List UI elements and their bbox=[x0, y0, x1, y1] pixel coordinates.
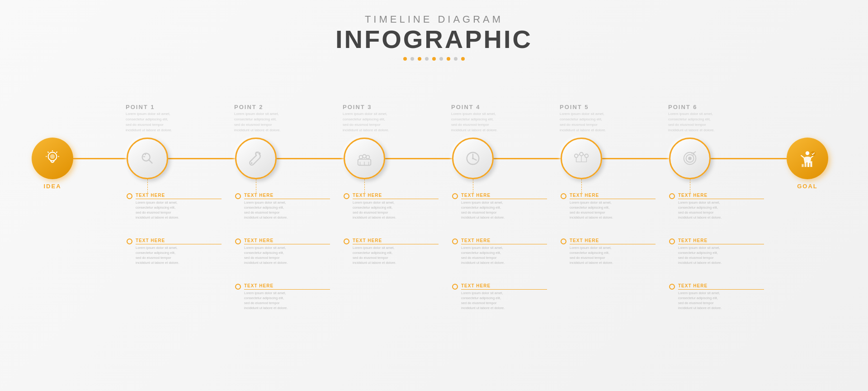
ti-content-1-1: TEXT HERE Lorem ipsum dolor sit amet,con… bbox=[136, 193, 222, 220]
node-3-circle bbox=[344, 138, 385, 179]
ti-dot-4-3 bbox=[452, 284, 458, 290]
node-1-circle bbox=[127, 138, 168, 179]
ti-content-3-2: TEXT HERE Lorem ipsum dolor sit amet,con… bbox=[353, 238, 439, 266]
dot-8 bbox=[454, 57, 458, 61]
goal-icon bbox=[798, 149, 817, 168]
clock-icon bbox=[464, 150, 481, 167]
ti-body-4-1: Lorem ipsum dolor sit amet,consectetur a… bbox=[461, 200, 547, 220]
node-2 bbox=[235, 138, 277, 179]
goal-label: GOAL bbox=[797, 183, 818, 190]
ti-dot-2-1 bbox=[235, 193, 241, 199]
point-6-title: POINT 6 bbox=[668, 104, 715, 110]
ti-body-3-1: Lorem ipsum dolor sit amet,consectetur a… bbox=[353, 200, 439, 220]
ti-content-2-2: TEXT HERE Lorem ipsum dolor sit amet,con… bbox=[244, 238, 330, 266]
ti-dot-6-2 bbox=[669, 238, 675, 244]
ti-dot-5-2 bbox=[561, 238, 566, 244]
node-6-circle bbox=[669, 138, 711, 179]
text-item-5-1: TEXT HERE Lorem ipsum dolor sit amet,con… bbox=[561, 193, 656, 220]
text-item-2-3: TEXT HERE Lorem ipsum dolor sit amet,con… bbox=[235, 283, 330, 311]
node-3 bbox=[344, 138, 385, 179]
ti-body-4-3: Lorem ipsum dolor sit amet,consectetur a… bbox=[461, 291, 547, 311]
ti-content-1-2: TEXT HERE Lorem ipsum dolor sit amet,con… bbox=[136, 238, 222, 266]
ti-body-6-1: Lorem ipsum dolor sit amet,consectetur a… bbox=[678, 200, 764, 220]
ti-title-6-2: TEXT HERE bbox=[678, 238, 764, 244]
header-subtitle: Timeline Diagram bbox=[335, 14, 533, 25]
ti-body-2-2: Lorem ipsum dolor sit amet,consectetur a… bbox=[244, 245, 330, 266]
svg-rect-39 bbox=[810, 161, 812, 167]
node-5-circle bbox=[561, 138, 602, 179]
ti-body-1-1: Lorem ipsum dolor sit amet,consectetur a… bbox=[136, 200, 222, 220]
svg-point-29 bbox=[688, 157, 692, 160]
point-3-desc: Lorem ipsum dolor sit amet,consectetur a… bbox=[343, 111, 389, 133]
text-item-4-1: TEXT HERE Lorem ipsum dolor sit amet,con… bbox=[452, 193, 547, 220]
ti-content-3-1: TEXT HERE Lorem ipsum dolor sit amet,con… bbox=[353, 193, 439, 220]
svg-line-30 bbox=[693, 151, 696, 153]
ti-body-6-2: Lorem ipsum dolor sit amet,consectetur a… bbox=[678, 245, 764, 266]
point-1-label: POINT 1 Lorem ipsum dolor sit amet,conse… bbox=[126, 104, 172, 133]
ti-dot-2-2 bbox=[235, 238, 241, 244]
goal-circle bbox=[787, 138, 828, 179]
text-item-1-2: TEXT HERE Lorem ipsum dolor sit amet,con… bbox=[127, 238, 222, 266]
process-icon bbox=[573, 150, 590, 167]
ti-dot-4-1 bbox=[452, 193, 458, 199]
team-icon bbox=[356, 150, 373, 167]
ti-dot-4-2 bbox=[452, 238, 458, 244]
vdash-2 bbox=[256, 179, 256, 193]
search-icon bbox=[139, 150, 156, 167]
node-idea: IDEA bbox=[32, 138, 73, 190]
text-item-4-2: TEXT HERE Lorem ipsum dolor sit amet,con… bbox=[452, 238, 547, 266]
ti-content-6-3: TEXT HERE Lorem ipsum dolor sit amet,con… bbox=[678, 283, 764, 311]
ti-title-3-2: TEXT HERE bbox=[353, 238, 439, 244]
ti-title-1-2: TEXT HERE bbox=[136, 238, 222, 244]
node-1 bbox=[127, 138, 168, 179]
ti-title-4-2: TEXT HERE bbox=[461, 238, 547, 244]
text-item-6-3: TEXT HERE Lorem ipsum dolor sit amet,con… bbox=[669, 283, 764, 311]
ti-title-5-1: TEXT HERE bbox=[570, 193, 656, 199]
ti-content-4-3: TEXT HERE Lorem ipsum dolor sit amet,con… bbox=[461, 283, 547, 311]
dot-2 bbox=[410, 57, 414, 61]
node-4 bbox=[452, 138, 494, 179]
ti-dot-6-3 bbox=[669, 284, 675, 290]
point-2-title: POINT 2 bbox=[234, 104, 281, 110]
text-item-3-1: TEXT HERE Lorem ipsum dolor sit amet,con… bbox=[344, 193, 439, 220]
ti-content-4-2: TEXT HERE Lorem ipsum dolor sit amet,con… bbox=[461, 238, 547, 266]
vdash-1 bbox=[147, 179, 148, 193]
point-6-label: POINT 6 Lorem ipsum dolor sit amet,conse… bbox=[668, 104, 715, 133]
vdash-3 bbox=[364, 179, 365, 193]
point-2-label: POINT 2 Lorem ipsum dolor sit amet,conse… bbox=[234, 104, 281, 133]
ti-content-4-1: TEXT HERE Lorem ipsum dolor sit amet,con… bbox=[461, 193, 547, 220]
text-item-2-1: TEXT HERE Lorem ipsum dolor sit amet,con… bbox=[235, 193, 330, 220]
ti-body-5-1: Lorem ipsum dolor sit amet,consectetur a… bbox=[570, 200, 656, 220]
ti-title-6-3: TEXT HERE bbox=[678, 283, 764, 290]
ti-content-6-1: TEXT HERE Lorem ipsum dolor sit amet,con… bbox=[678, 193, 764, 220]
dot-7 bbox=[447, 57, 450, 61]
ti-dot-1-2 bbox=[127, 238, 132, 244]
svg-line-4 bbox=[48, 152, 49, 153]
svg-point-24 bbox=[580, 152, 583, 156]
svg-rect-37 bbox=[805, 162, 807, 167]
point-6-desc: Lorem ipsum dolor sit amet,consectetur a… bbox=[668, 111, 715, 133]
ti-body-6-3: Lorem ipsum dolor sit amet,consectetur a… bbox=[678, 291, 764, 311]
dot-6 bbox=[439, 57, 443, 61]
ti-title-4-1: TEXT HERE bbox=[461, 193, 547, 199]
ti-dot-6-1 bbox=[669, 193, 675, 199]
svg-point-25 bbox=[585, 154, 589, 157]
ti-content-2-1: TEXT HERE Lorem ipsum dolor sit amet,con… bbox=[244, 193, 330, 220]
idea-label: IDEA bbox=[43, 183, 61, 190]
svg-line-2 bbox=[56, 152, 57, 153]
text-item-5-2: TEXT HERE Lorem ipsum dolor sit amet,con… bbox=[561, 238, 656, 266]
svg-line-9 bbox=[145, 154, 146, 155]
text-item-6-1: TEXT HERE Lorem ipsum dolor sit amet,con… bbox=[669, 193, 764, 220]
svg-point-33 bbox=[806, 151, 809, 155]
ti-title-4-3: TEXT HERE bbox=[461, 283, 547, 290]
ti-content-5-1: TEXT HERE Lorem ipsum dolor sit amet,con… bbox=[570, 193, 656, 220]
header: Timeline Diagram INFOGRAPHIC bbox=[335, 0, 533, 61]
ti-body-4-2: Lorem ipsum dolor sit amet,consectetur a… bbox=[461, 245, 547, 266]
vdash-4 bbox=[473, 179, 473, 193]
vdash-6 bbox=[690, 179, 690, 193]
ti-body-5-2: Lorem ipsum dolor sit amet,consectetur a… bbox=[570, 245, 656, 266]
text-item-2-2: TEXT HERE Lorem ipsum dolor sit amet,con… bbox=[235, 238, 330, 266]
node-goal: GOAL bbox=[787, 138, 828, 190]
point-1-title: POINT 1 bbox=[126, 104, 172, 110]
target-icon bbox=[681, 150, 698, 167]
